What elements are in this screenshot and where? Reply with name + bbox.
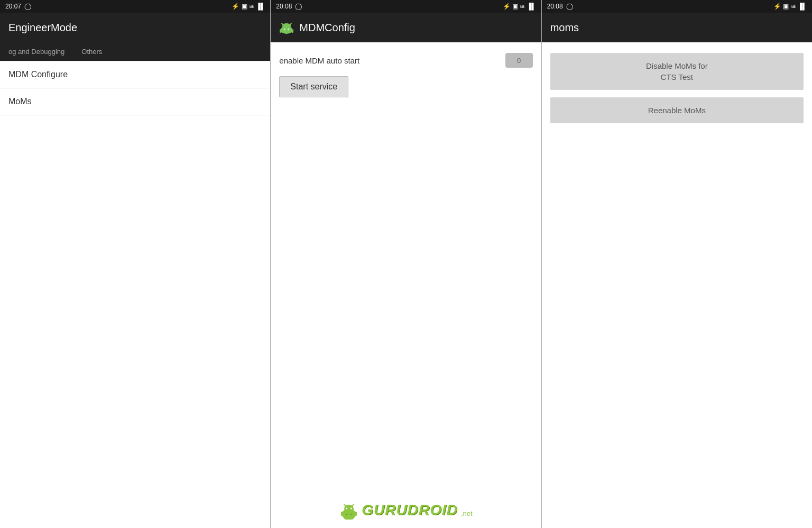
enable-mdm-label: enable MDM auto start — [279, 56, 359, 65]
list-content-1: MDM Configure MoMs — [0, 61, 270, 528]
title-bar-1: EngineerMode — [0, 13, 270, 42]
phone3: 20:08 ◯ ⚡ ▣ ≋ ▐▌ moms Disable MoMs forCT… — [542, 0, 812, 528]
title-bar-3: moms — [542, 13, 812, 42]
time-2: 20:08 — [276, 3, 292, 10]
watermark-net: .net — [461, 509, 473, 517]
app-title-3: moms — [550, 22, 579, 34]
svg-point-19 — [350, 514, 352, 515]
phone2: 20:08 ◯ ⚡ ▣ ≋ ▐▌ — [271, 0, 541, 528]
svg-rect-8 — [292, 29, 293, 33]
svg-point-6 — [282, 23, 291, 29]
time-1: 20:07 — [5, 3, 21, 10]
svg-point-12 — [346, 508, 347, 509]
status-bar-3: 20:08 ◯ ⚡ ▣ ≋ ▐▌ — [542, 0, 812, 13]
tab-others[interactable]: Others — [73, 42, 110, 61]
disable-moms-label: Disable MoMs forCTS Test — [646, 61, 708, 81]
android-icon — [279, 20, 294, 35]
svg-line-14 — [344, 504, 346, 506]
watermark-android-icon — [339, 500, 358, 520]
toggle-mdm[interactable]: 0 — [505, 53, 533, 68]
svg-point-18 — [346, 514, 347, 515]
app-title-2: MDMConfig — [299, 22, 355, 34]
list-item-mdm[interactable]: MDM Configure — [0, 61, 270, 88]
disable-moms-button[interactable]: Disable MoMs forCTS Test — [550, 53, 804, 90]
tab-debug[interactable]: og and Debugging — [0, 42, 73, 61]
list-item-moms[interactable]: MoMs — [0, 88, 270, 115]
svg-rect-7 — [280, 29, 281, 33]
time-3: 20:08 — [547, 3, 563, 10]
phone1: 20:07 ◯ ⚡ ▣ ≋ ▐▌ EngineerMode og and Deb… — [0, 0, 271, 528]
android-svg — [279, 20, 294, 35]
reenable-moms-button[interactable]: Reenable MoMs — [550, 97, 804, 123]
svg-rect-17 — [355, 512, 357, 516]
svg-rect-16 — [341, 512, 343, 516]
mdm-enable-row: enable MDM auto start 0 — [279, 53, 532, 68]
status-icons-1: ⚡ ▣ ≋ ▐▌ — [232, 3, 265, 10]
svg-point-2 — [284, 29, 285, 30]
watermark: GURUDROID .net — [271, 500, 541, 523]
mdm-content: enable MDM auto start 0 Start service — [271, 42, 541, 528]
watermark-text: GURUDROID — [362, 502, 458, 518]
app-title-1: EngineerMode — [8, 22, 77, 34]
start-service-button[interactable]: Start service — [279, 76, 348, 97]
status-bar-2: 20:08 ◯ ⚡ ▣ ≋ ▐▌ — [271, 0, 541, 13]
whatsapp-icon-2: ◯ — [295, 3, 302, 10]
status-bar-1: 20:07 ◯ ⚡ ▣ ≋ ▐▌ — [0, 0, 270, 13]
svg-point-13 — [350, 508, 352, 509]
svg-point-3 — [288, 29, 289, 30]
svg-line-15 — [352, 504, 354, 506]
reenable-moms-label: Reenable MoMs — [648, 106, 706, 115]
whatsapp-icon-1: ◯ — [24, 3, 31, 10]
moms-content: Disable MoMs forCTS Test Reenable MoMs — [542, 42, 812, 528]
title-bar-2: MDMConfig — [271, 13, 541, 42]
phones-container: 20:07 ◯ ⚡ ▣ ≋ ▐▌ EngineerMode og and Deb… — [0, 0, 812, 528]
status-icons-3: ⚡ ▣ ≋ ▐▌ — [773, 3, 807, 10]
status-icons-2: ⚡ ▣ ≋ ▐▌ — [503, 3, 536, 10]
whatsapp-icon-3: ◯ — [566, 3, 573, 10]
tab-bar-1: og and Debugging Others — [0, 42, 270, 61]
